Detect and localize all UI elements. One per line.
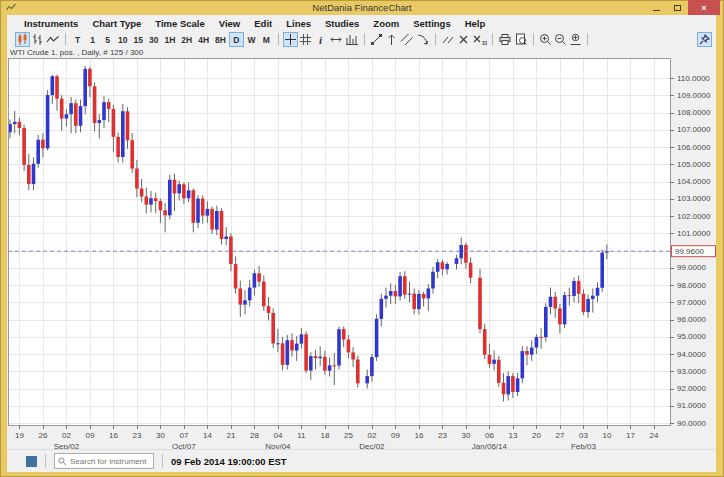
candle-body (248, 288, 252, 301)
timescale-30[interactable]: 30 (146, 32, 161, 47)
fibonacci-button[interactable] (415, 32, 431, 47)
timescale-T[interactable]: T (70, 32, 85, 47)
close-button[interactable]: × (688, 0, 720, 15)
instrument-search-box[interactable] (54, 453, 154, 469)
candle-body (116, 137, 120, 157)
candle-body (380, 299, 384, 319)
line-chart-button[interactable] (45, 32, 61, 47)
y-tick-label: 106.0000 (677, 143, 711, 152)
zoom-out-button[interactable] (553, 32, 568, 47)
candle-body (65, 114, 69, 118)
candle-body (506, 376, 510, 394)
delete-line-button[interactable] (456, 32, 471, 47)
timescale-15[interactable]: 15 (130, 32, 145, 47)
menu-instruments[interactable]: Instruments (17, 18, 85, 29)
x-day-label: 09 (85, 431, 94, 440)
timescale-8H[interactable]: 8H (212, 32, 229, 47)
crosshair-button[interactable] (283, 32, 298, 47)
menu-time-scale[interactable]: Time Scale (148, 18, 211, 29)
timescale-W[interactable]: W (244, 32, 259, 47)
trend-line-button[interactable] (369, 32, 384, 47)
toolbar-separator (278, 33, 279, 46)
x-day-label: 09 (391, 431, 400, 440)
candle-body (135, 169, 139, 189)
candle-body (478, 278, 482, 329)
title-bar[interactable]: NetDania FinanceChart × (0, 0, 724, 15)
x-day-label: 23 (132, 431, 141, 440)
maximize-button[interactable] (667, 0, 688, 15)
print-button[interactable] (497, 32, 513, 47)
timescale-M[interactable]: M (259, 32, 274, 47)
candle-body (243, 300, 247, 304)
menu-zoom[interactable]: Zoom (366, 18, 406, 29)
delete-all-lines-button[interactable]: 31 (471, 32, 488, 47)
zoom-reset-button[interactable] (568, 32, 583, 47)
scroll-horizontal-button[interactable] (328, 32, 344, 47)
minimize-button[interactable] (646, 0, 667, 15)
y-tick-label: 102.0000 (677, 212, 711, 221)
x-day-label: 23 (438, 431, 447, 440)
candle-body (539, 337, 543, 338)
menu-help[interactable]: Help (458, 18, 493, 29)
candle-body (140, 189, 144, 197)
candle-body (492, 360, 496, 364)
candle-body (333, 365, 337, 366)
zoom-in-button[interactable] (538, 32, 553, 47)
candle-body (159, 201, 163, 210)
angle-lines-button[interactable] (440, 32, 456, 47)
timescale-2H[interactable]: 2H (178, 32, 195, 47)
timescale-group: T151015301H2H4H8HDWM (70, 32, 274, 47)
status-bar: 09 Feb 2014 19:00:00 EST (7, 449, 716, 472)
candle-body (224, 237, 228, 239)
timescale-D[interactable]: D (229, 32, 244, 47)
vertical-arrow-button[interactable] (384, 32, 399, 47)
menu-view[interactable]: View (212, 18, 247, 29)
print-preview-button[interactable] (513, 32, 529, 47)
candle-body (69, 103, 73, 114)
candle-body (412, 294, 416, 310)
x-day-label: 07 (179, 431, 188, 440)
candle-body (483, 329, 487, 355)
candle-body (22, 128, 26, 165)
candle-body (257, 273, 261, 281)
menu-settings[interactable]: Settings (406, 18, 457, 29)
x-day-label: 14 (203, 431, 212, 440)
y-tick-label: 107.0000 (677, 125, 711, 134)
x-day-label: 28 (250, 431, 259, 440)
x-day-label: 30 (461, 431, 470, 440)
candle-body (563, 295, 567, 324)
instrument-label: WTI Crude 1. pos. , Daily, # 125 / 300 (10, 48, 143, 57)
timescale-1H[interactable]: 1H (161, 32, 178, 47)
x-day-label: 13 (508, 431, 517, 440)
candle-body (41, 140, 45, 149)
candle-body (36, 140, 40, 164)
parallel-channel-button[interactable] (399, 32, 415, 47)
y-tick-label: 98.0000 (677, 281, 706, 290)
menu-edit[interactable]: Edit (247, 18, 279, 29)
candle-body (145, 197, 149, 205)
ohlc-bars-button[interactable] (30, 32, 45, 47)
timescale-1[interactable]: 1 (85, 32, 100, 47)
price-chart[interactable]: 110.0000109.0000108.0000107.0000106.0000… (7, 58, 716, 450)
timescale-4H[interactable]: 4H (195, 32, 212, 47)
connection-status-icon (26, 456, 37, 467)
candle-body (389, 291, 393, 296)
candlestick-chart-button[interactable] (15, 32, 30, 47)
candle-body (572, 281, 576, 296)
menu-lines[interactable]: Lines (279, 18, 318, 29)
y-tick-label: 110.0000 (677, 74, 710, 83)
candle-body (177, 184, 181, 193)
menu-chart-type[interactable]: Chart Type (85, 18, 148, 29)
info-button[interactable]: i (313, 32, 328, 47)
x-axis-labels: 1926020916233007142128041118250209162330… (15, 425, 659, 450)
timescale-10[interactable]: 10 (115, 32, 130, 47)
pin-toolbar-button[interactable] (697, 32, 712, 47)
candle-body (342, 329, 346, 339)
candle-body (130, 140, 134, 168)
timescale-5[interactable]: 5 (100, 32, 115, 47)
zoom-series-button[interactable] (344, 32, 360, 47)
grid-button[interactable] (298, 32, 313, 47)
menu-studies[interactable]: Studies (318, 18, 366, 29)
x-day-label: 18 (320, 431, 329, 440)
search-input[interactable] (70, 457, 150, 466)
